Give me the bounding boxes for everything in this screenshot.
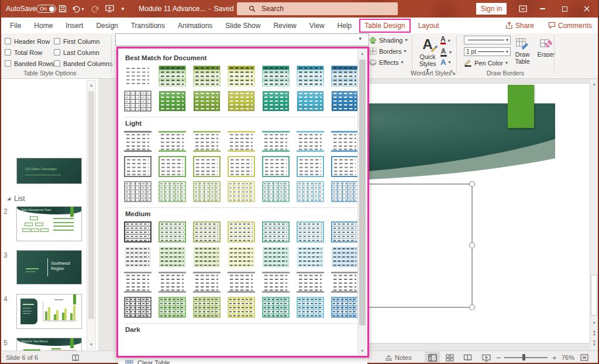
- gallery-more-icon[interactable]: ▾: [359, 36, 362, 41]
- draw-table-button[interactable]: Draw Table: [510, 36, 535, 65]
- save-icon[interactable]: [56, 0, 69, 18]
- table-style-thumbnail[interactable]: [262, 272, 290, 293]
- table-style-thumbnail[interactable]: [262, 247, 290, 268]
- table-style-thumbnail[interactable]: [228, 91, 255, 112]
- tab-review[interactable]: Review: [267, 18, 302, 33]
- gallery-scroll-up-icon[interactable]: ▴: [358, 49, 367, 56]
- table-style-thumbnail[interactable]: [159, 156, 186, 177]
- section-header-list[interactable]: List: [7, 195, 25, 203]
- gallery-scrollbar-thumb[interactable]: [359, 60, 366, 325]
- checkbox-header-row[interactable]: Header Row: [5, 36, 54, 47]
- table-style-thumbnail[interactable]: [297, 65, 324, 86]
- fit-slide-to-window-icon[interactable]: [580, 351, 588, 364]
- table-styles-inline-gallery[interactable]: ▾: [115, 33, 369, 46]
- table-style-thumbnail[interactable]: [228, 131, 255, 152]
- table-style-thumbnail[interactable]: [297, 221, 324, 242]
- pen-style-combo[interactable]: ▾: [464, 36, 511, 44]
- notes-button[interactable]: Notes: [385, 351, 412, 364]
- checkbox-box[interactable]: [5, 60, 11, 67]
- canvas-scrollbar[interactable]: ▴ ▾ ▴▴ ▾▾: [590, 79, 598, 350]
- table-style-thumbnail[interactable]: [331, 91, 357, 112]
- table-style-thumbnail[interactable]: [124, 156, 152, 177]
- table-style-thumbnail[interactable]: [193, 221, 221, 242]
- table-style-thumbnail[interactable]: [262, 156, 290, 177]
- quick-styles-button[interactable]: A Quick Styles▾: [416, 36, 439, 72]
- section-collapse-icon[interactable]: [7, 197, 11, 200]
- checkbox-last-column[interactable]: Last Column: [54, 47, 112, 58]
- table-style-thumbnail[interactable]: [297, 91, 324, 112]
- start-slideshow-icon[interactable]: [103, 0, 116, 18]
- text-fill-button[interactable]: A▾: [440, 36, 450, 44]
- canvas-scrollbar-thumb[interactable]: [591, 275, 597, 316]
- table-style-thumbnail[interactable]: [262, 65, 290, 86]
- tab-view[interactable]: View: [303, 18, 331, 33]
- slideshow-view-button[interactable]: [478, 352, 494, 363]
- table-style-thumbnail[interactable]: [262, 181, 290, 202]
- checkbox-banded-rows[interactable]: Banded Rows: [5, 58, 54, 69]
- table-style-thumbnail[interactable]: [124, 131, 152, 152]
- table-style-thumbnail[interactable]: [159, 297, 186, 318]
- scroll-down-icon[interactable]: ▾: [87, 342, 95, 347]
- comments-button[interactable]: Comments: [541, 22, 599, 30]
- shading-button[interactable]: Shading▾: [369, 36, 407, 44]
- checkbox-box[interactable]: [54, 38, 60, 44]
- table-style-thumbnail[interactable]: [331, 131, 357, 152]
- quick-access-chevron-icon[interactable]: ▾: [116, 0, 129, 18]
- sign-in-button[interactable]: Sign in: [476, 3, 507, 15]
- table-style-thumbnail[interactable]: [331, 65, 357, 86]
- close-button[interactable]: [577, 0, 597, 18]
- table-style-thumbnail[interactable]: [262, 221, 290, 242]
- canvas-scroll-down-icon[interactable]: ▾: [590, 320, 598, 325]
- checkbox-banded-columns[interactable]: Banded Columns: [54, 58, 112, 69]
- gallery-scrollbar[interactable]: ▴ ▾: [357, 49, 367, 355]
- slide-thumbnail-4[interactable]: [16, 294, 82, 329]
- checkbox-box[interactable]: [5, 38, 11, 44]
- maximize-button[interactable]: [555, 0, 574, 18]
- search-box[interactable]: [237, 2, 398, 15]
- tab-home[interactable]: Home: [27, 18, 59, 33]
- zoom-slider-track[interactable]: [504, 357, 548, 358]
- wordart-dialog-launcher-icon[interactable]: [450, 70, 456, 77]
- table-style-thumbnail[interactable]: [124, 65, 152, 86]
- ribbon-display-options-icon[interactable]: [513, 0, 533, 18]
- table-style-thumbnail[interactable]: [297, 247, 324, 268]
- table-style-thumbnail[interactable]: [124, 272, 152, 293]
- search-input[interactable]: [260, 4, 377, 13]
- checkbox-total-row[interactable]: Total Row: [5, 47, 54, 58]
- checkbox-box[interactable]: [54, 60, 60, 67]
- share-button[interactable]: Share: [498, 22, 541, 30]
- tab-transitions[interactable]: Transitions: [125, 18, 171, 33]
- saved-status[interactable]: Saved: [214, 5, 234, 13]
- pen-color-button[interactable]: Pen Color▾: [464, 59, 508, 67]
- slide-thumbnail-1[interactable]: Q3 Sales Campaign: [16, 158, 82, 184]
- tab-design[interactable]: Design: [89, 18, 124, 33]
- table-style-thumbnail[interactable]: [262, 91, 290, 112]
- tab-table-design[interactable]: Table Design: [359, 19, 410, 33]
- zoom-level[interactable]: 76%: [562, 351, 574, 364]
- table-style-thumbnail[interactable]: [228, 272, 255, 293]
- table-style-thumbnail[interactable]: [331, 272, 357, 293]
- checkbox-first-column[interactable]: First Column: [54, 36, 112, 47]
- table-style-thumbnail[interactable]: [297, 181, 324, 202]
- tab-layout[interactable]: Layout: [412, 18, 446, 33]
- text-outline-button[interactable]: A ▾: [440, 47, 452, 57]
- tab-file[interactable]: File: [4, 18, 27, 33]
- scrollbar-thumb[interactable]: [88, 91, 94, 319]
- table-style-thumbnail[interactable]: [124, 221, 152, 242]
- next-slide-button[interactable]: ▾▾: [590, 340, 598, 346]
- table-style-thumbnail[interactable]: [193, 131, 221, 152]
- table-style-thumbnail[interactable]: [228, 247, 255, 268]
- table-style-thumbnail[interactable]: [228, 65, 255, 86]
- table-style-thumbnail[interactable]: [193, 247, 221, 268]
- table-style-thumbnail[interactable]: [228, 297, 255, 318]
- scroll-up-icon[interactable]: ▴: [87, 81, 95, 88]
- redo-icon[interactable]: [89, 0, 102, 18]
- table-style-thumbnail[interactable]: [124, 91, 152, 112]
- table-style-thumbnail[interactable]: [297, 156, 324, 177]
- clear-table-menu-item[interactable]: Clear Table: [118, 358, 367, 364]
- table-style-thumbnail[interactable]: [124, 181, 152, 202]
- tab-help[interactable]: Help: [331, 18, 359, 33]
- table-style-thumbnail[interactable]: [262, 131, 290, 152]
- table-style-thumbnail[interactable]: [159, 272, 186, 293]
- table-style-thumbnail[interactable]: [193, 156, 221, 177]
